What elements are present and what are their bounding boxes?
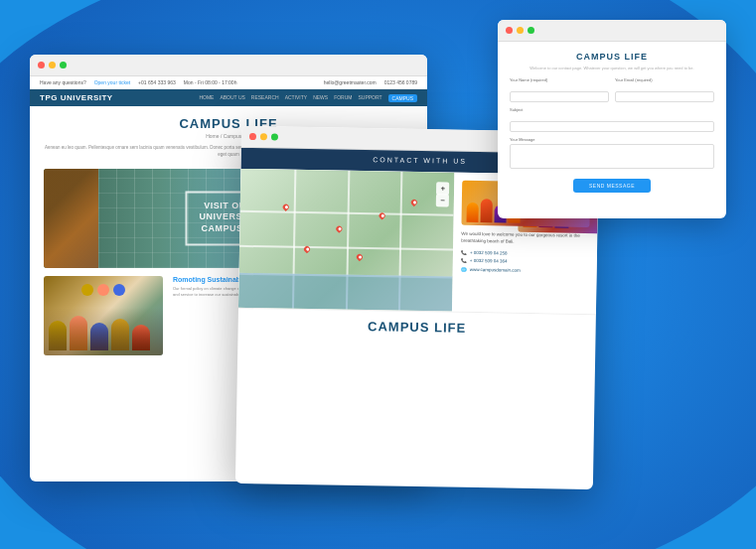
topbar-email: hello@greetmaster.com [324,79,377,85]
nav-links: HOME ABOUT US RESEARCH ACTIVITY NEWS FOR… [127,94,417,102]
topbar-phone1: +01 654 333 963 [138,79,176,85]
email-input[interactable] [615,91,714,102]
topbar-ticket-link[interactable]: Open your ticket [94,79,130,85]
site-logo[interactable]: TPG UNIVERSITY [40,93,113,102]
topbar-question-text: Have any questions? [40,79,86,85]
name-input[interactable] [510,91,609,102]
nav-campus[interactable]: CAMPUS [388,94,417,102]
browser-close-dot[interactable] [38,62,45,69]
name-label: Your Name (required) [510,77,609,82]
logo-suffix: UNIVERSITY [61,93,113,102]
form-subject-field: Subject [510,107,714,132]
form-content: CAMPUS LIFE Welcome to our contact page.… [498,42,726,203]
message-textarea[interactable] [510,144,714,169]
form-minimize-dot[interactable] [517,27,524,34]
send-message-button[interactable]: SEND MESSAGE [573,179,651,193]
subject-label: Subject [510,107,714,112]
browser-maximize-dot[interactable] [60,62,67,69]
form-close-dot[interactable] [506,27,513,34]
logo-prefix: TPG [40,93,58,102]
form-message-field: Your Message [510,137,714,173]
browser-chrome-bar [30,55,427,76]
topbar-email-info: hello@greetmaster.com 0123 456 0789 [324,79,417,85]
form-maximize-dot[interactable] [528,27,534,34]
form-browser-bar [498,20,726,42]
map-pin-6[interactable] [410,199,418,206]
people-image [44,276,163,355]
map-area: + − [238,169,454,312]
email-icon: 🌐 [461,265,467,273]
nav-forum[interactable]: FORUM [334,94,352,102]
email-label: Your Email (required) [615,77,714,82]
form-name-email-row: Your Name (required) Your Email (require… [510,77,714,102]
form-title: CAMPUS LIFE [510,52,714,62]
topbar-contact-info: Have any questions? Open your ticket +01… [40,79,236,85]
secondary-close-dot[interactable] [249,133,256,140]
form-subject-row: Subject [510,107,714,132]
browser-minimize-dot[interactable] [49,62,56,69]
map-water-body [238,273,453,312]
bottom-page-title: CAMPUS LIFE [237,308,596,345]
secondary-minimize-dot[interactable] [260,133,267,140]
site-topbar: Have any questions? Open your ticket +01… [30,76,427,89]
topbar-hours: Mon - Fri 08:00 - 17:00h [184,79,237,85]
map-pin-5[interactable] [356,253,364,261]
phone-icon: 📞 [461,249,467,257]
site-nav: TPG UNIVERSITY HOME ABOUT US RESEARCH AC… [30,89,427,106]
secondary-maximize-dot[interactable] [271,133,278,140]
hero-people-image [44,169,103,268]
nav-activity[interactable]: ACTIVITY [285,94,308,102]
form-message-row: Your Message [510,137,714,173]
form-email-field: Your Email (required) [615,77,714,102]
map-background: + − [238,169,454,312]
nav-about[interactable]: ABOUT US [220,94,244,102]
map-pin-2[interactable] [335,224,343,232]
nav-news[interactable]: NEWS [313,94,328,102]
form-subtitle: Welcome to our contact page. Whatever yo… [510,66,714,71]
form-browser-window: CAMPUS LIFE Welcome to our contact page.… [498,20,726,218]
message-label: Your Message [510,137,714,142]
contact-email: 🌐 www.campusdomain.com [461,265,589,275]
nav-support[interactable]: SUPPORT [359,94,382,102]
subject-input[interactable] [510,121,714,132]
map-zoom-out[interactable]: − [436,194,449,206]
nav-research[interactable]: RESEARCH [251,94,279,102]
nav-home[interactable]: HOME [199,94,214,102]
phone-icon-2: 📞 [461,257,467,265]
topbar-phone2: 0123 456 0789 [384,79,417,85]
form-name-field: Your Name (required) [510,77,609,102]
